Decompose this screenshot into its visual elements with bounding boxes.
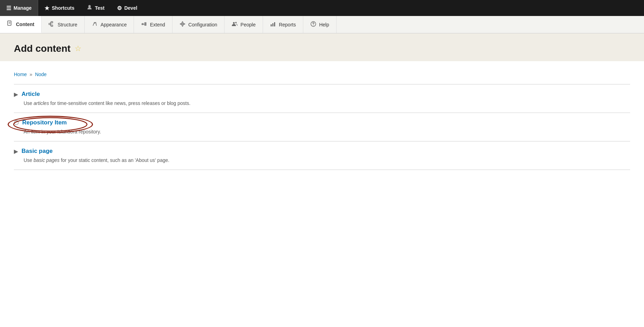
nav-people[interactable]: People <box>224 16 263 33</box>
breadcrumb-separator: » <box>29 72 32 77</box>
basic-page-description: Use basic pages for your static content,… <box>24 157 630 164</box>
svg-rect-14 <box>143 24 144 25</box>
repository-item-title[interactable]: Repository Item <box>22 119 67 126</box>
reports-icon <box>270 21 276 28</box>
nav-content[interactable]: Content <box>0 16 42 33</box>
appearance-icon <box>92 21 98 28</box>
admin-bar-manage[interactable]: ☰ Manage <box>0 0 38 16</box>
nav-extend-label: Extend <box>150 22 165 27</box>
nav-people-label: People <box>240 22 256 27</box>
page-header: Add content ☆ <box>0 33 644 61</box>
content-type-basic-page: ▶ Basic page Use basic pages for your st… <box>14 141 630 170</box>
admin-bar-test[interactable]: Test <box>80 0 111 16</box>
nav-configuration-label: Configuration <box>188 22 217 27</box>
nav-extend[interactable]: Extend <box>134 16 172 33</box>
svg-rect-5 <box>51 22 53 23</box>
help-icon <box>310 21 316 28</box>
breadcrumb-node[interactable]: Node <box>35 72 46 77</box>
article-description: Use articles for time-sensitive content … <box>24 100 630 107</box>
svg-rect-19 <box>272 23 273 26</box>
svg-point-17 <box>235 22 237 23</box>
repository-spinner-icon <box>14 120 19 125</box>
extend-icon <box>141 21 147 28</box>
configuration-icon <box>179 21 186 28</box>
nav-help[interactable]: Help <box>303 16 337 33</box>
nav-content-label: Content <box>16 22 34 27</box>
admin-bar-shortcuts-label: Shortcuts <box>52 5 74 11</box>
repository-item-description: An item in your Islandora repository. <box>24 128 630 136</box>
svg-point-22 <box>313 25 314 26</box>
svg-rect-13 <box>144 22 146 26</box>
basic-page-title[interactable]: Basic page <box>22 148 53 155</box>
shortcut-star-icon[interactable]: ☆ <box>75 44 82 53</box>
admin-bar-shortcuts[interactable]: ★ Shortcuts <box>38 0 80 16</box>
nav-help-label: Help <box>319 22 329 27</box>
gear-icon: ⚙ <box>117 5 122 11</box>
admin-bar-manage-label: Manage <box>14 5 32 11</box>
svg-rect-20 <box>274 22 275 26</box>
nav-appearance-label: Appearance <box>101 22 127 27</box>
nav-structure-label: Structure <box>58 22 77 27</box>
nav-reports[interactable]: Reports <box>263 16 303 33</box>
admin-bar-test-label: Test <box>95 5 104 11</box>
content-icon <box>7 21 13 28</box>
article-title[interactable]: Article <box>22 91 40 98</box>
structure-icon <box>49 21 55 28</box>
article-arrow-icon[interactable]: ▶ <box>14 91 18 98</box>
svg-point-16 <box>233 22 235 24</box>
user-icon <box>87 5 92 11</box>
content-type-repository-item: Repository Item An item in your Islandor… <box>14 113 630 141</box>
content-type-article: ▶ Article Use articles for time-sensitiv… <box>14 84 630 113</box>
people-icon <box>231 21 238 28</box>
nav-reports-label: Reports <box>279 22 296 27</box>
svg-rect-6 <box>51 25 53 26</box>
content-type-list: ▶ Article Use articles for time-sensitiv… <box>14 84 630 170</box>
admin-bar-devel-label: Devel <box>124 5 137 11</box>
svg-point-0 <box>88 5 91 8</box>
hamburger-icon: ☰ <box>6 5 11 11</box>
svg-rect-15 <box>143 23 143 24</box>
admin-bar-devel[interactable]: ⚙ Devel <box>111 0 143 16</box>
page-title: Add content <box>14 43 70 54</box>
breadcrumb: Home » Node <box>14 72 630 77</box>
nav-structure[interactable]: Structure <box>42 16 85 33</box>
star-icon: ★ <box>44 5 49 11</box>
basic-page-arrow-icon[interactable]: ▶ <box>14 148 18 155</box>
nav-configuration[interactable]: Configuration <box>172 16 224 33</box>
nav-appearance[interactable]: Appearance <box>85 16 134 33</box>
admin-bar: ☰ Manage ★ Shortcuts Test ⚙ Devel <box>0 0 644 16</box>
main-content: Home » Node ▶ Article Use articles for t… <box>0 61 644 184</box>
main-nav: Content Structure Appearance Extend Conf… <box>0 16 644 33</box>
svg-rect-18 <box>271 24 272 26</box>
breadcrumb-home[interactable]: Home <box>14 72 27 77</box>
